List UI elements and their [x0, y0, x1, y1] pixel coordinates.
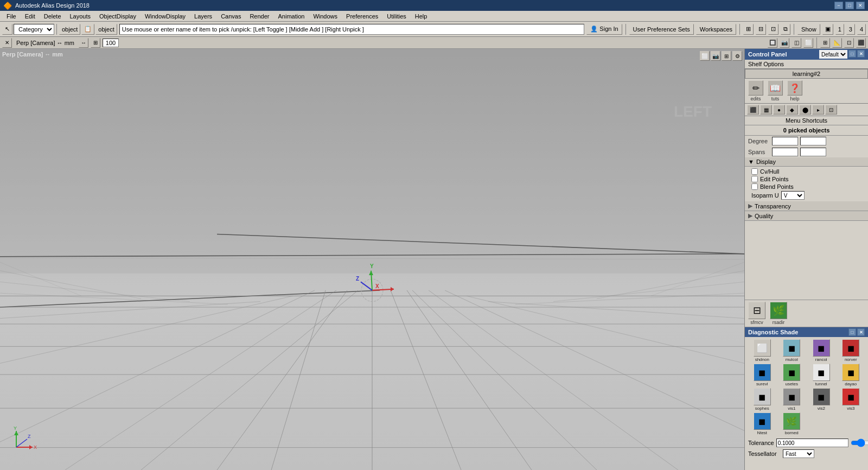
- tolerance-slider[interactable]: [851, 439, 868, 447]
- cp-btn-2[interactable]: ✕: [857, 50, 865, 58]
- menu-canvas[interactable]: Canvas: [216, 12, 245, 21]
- rsadir-label: rsadir: [773, 320, 785, 325]
- ws-icon-4[interactable]: ⧉: [781, 24, 790, 35]
- diag-icon-vis3[interactable]: ◼: [842, 388, 859, 405]
- viewbar-sep: [816, 37, 817, 48]
- show-btn[interactable]: Show: [797, 24, 820, 35]
- sub-icon-3[interactable]: ●: [773, 105, 785, 115]
- sub-icon-5[interactable]: ⬤: [799, 105, 811, 115]
- sub-icon-6[interactable]: ▸: [812, 105, 824, 115]
- menu-utilities[interactable]: Utilities: [382, 12, 410, 21]
- degree-input-1[interactable]: [772, 137, 798, 145]
- diag-btn-2[interactable]: ✕: [857, 328, 865, 336]
- category-dropdown[interactable]: Category: [14, 24, 54, 35]
- show-icon-4[interactable]: 4: [857, 24, 866, 35]
- menu-animation[interactable]: Animation: [274, 12, 309, 21]
- sub-icon-2[interactable]: ▦: [760, 105, 772, 115]
- quality-section[interactable]: ▶ Quality: [745, 211, 868, 221]
- zoom-input[interactable]: [103, 39, 119, 47]
- view-persp-btn[interactable]: ✕: [2, 38, 12, 48]
- ws-icon-1[interactable]: ⊞: [743, 24, 754, 35]
- view-icon-2[interactable]: ⊞: [91, 38, 100, 48]
- menu-preferences[interactable]: Preferences: [342, 12, 382, 21]
- workspaces-btn[interactable]: Workspaces: [696, 24, 736, 35]
- tessellator-select[interactable]: Fast Medium Slow: [783, 449, 814, 458]
- menu-file[interactable]: File: [2, 12, 21, 21]
- shelf-icon-help[interactable]: ❓: [787, 80, 802, 96]
- blend-points-checkbox[interactable]: [751, 183, 758, 190]
- pick-icon-btn[interactable]: 📋: [81, 24, 94, 35]
- spans-input-2[interactable]: [800, 148, 826, 156]
- diag-icon-vis1[interactable]: ◼: [783, 388, 800, 405]
- view-tr-4[interactable]: ⬜: [803, 38, 813, 48]
- toolbar-category-btn[interactable]: ↖: [2, 24, 12, 35]
- isoparm-v-select[interactable]: V U Both: [781, 191, 805, 200]
- menu-layouts[interactable]: Layouts: [66, 12, 95, 21]
- diag-icon-norver[interactable]: ◼: [842, 339, 859, 357]
- diag-icon-mulcol[interactable]: ◼: [783, 339, 800, 357]
- view-icon-1[interactable]: ↔: [79, 38, 88, 48]
- diag-icon-surevl[interactable]: ◼: [754, 364, 771, 381]
- menu-edit[interactable]: Edit: [21, 12, 40, 21]
- degree-input-2[interactable]: [800, 137, 826, 145]
- sub-icon-4[interactable]: ◆: [786, 105, 798, 115]
- menu-objectdisplay[interactable]: ObjectDisplay: [95, 12, 141, 21]
- diag-icon-borned[interactable]: 🌿: [783, 412, 800, 430]
- display-section-header[interactable]: ▼ Display: [745, 157, 868, 167]
- view-tr-1[interactable]: 🔲: [768, 38, 777, 48]
- view-tr-2[interactable]: 📷: [780, 38, 789, 48]
- pick-object-btn[interactable]: object: [95, 24, 117, 35]
- sub-icon-1[interactable]: ⬛: [747, 105, 759, 115]
- menu-delete[interactable]: Delete: [40, 12, 66, 21]
- view-br-1[interactable]: ⊞: [820, 38, 830, 48]
- view-br-4[interactable]: ⬛: [856, 38, 866, 48]
- menu-help[interactable]: Help: [411, 12, 432, 21]
- diag-btn-1[interactable]: □: [848, 328, 856, 336]
- edit-points-checkbox[interactable]: [751, 176, 758, 182]
- shelf-icon-tuts[interactable]: 📖: [768, 80, 783, 96]
- menu-windows[interactable]: Windows: [309, 12, 342, 21]
- diag-mulcol: ◼ mulcol: [778, 339, 806, 362]
- spans-input-1[interactable]: [772, 148, 798, 156]
- diag-norver: ◼ norver: [837, 339, 865, 362]
- vp-icon-settings[interactable]: ⚙: [732, 51, 742, 61]
- cp-btn-1[interactable]: □: [848, 50, 856, 58]
- maximize-button[interactable]: □: [845, 2, 854, 9]
- sub-icon-7[interactable]: ⊡: [825, 105, 837, 115]
- ws-icon-2[interactable]: ⊟: [756, 24, 766, 35]
- diag-icon-tunnel[interactable]: ◼: [813, 364, 830, 381]
- show-icon-3[interactable]: 3: [846, 24, 855, 35]
- vp-icon-grid[interactable]: ⊞: [722, 51, 731, 61]
- show-icon-2[interactable]: 1: [835, 24, 844, 35]
- menu-render[interactable]: Render: [245, 12, 273, 21]
- diag-icon-dayao[interactable]: ◼: [842, 364, 859, 381]
- viewport[interactable]: X Y Z Perp [Camera] ↔ mm LEFT X Y Z: [0, 49, 744, 470]
- view-br-2[interactable]: 📐: [832, 38, 842, 48]
- transparency-section[interactable]: ▶ Transparency: [745, 201, 868, 211]
- user-pref-btn[interactable]: User Preference Sets: [629, 24, 694, 35]
- vp-icon-fullscreen[interactable]: ⬜: [700, 51, 710, 61]
- vp-icon-camera[interactable]: 📷: [711, 51, 720, 61]
- sfmcv-icon[interactable]: ⊟: [748, 302, 765, 319]
- cv-hull-checkbox[interactable]: [751, 168, 758, 175]
- pick-mode-btn[interactable]: object: [59, 24, 80, 35]
- diag-icon-usetes[interactable]: ◼: [783, 364, 800, 381]
- tolerance-input[interactable]: [776, 439, 848, 447]
- rsadir-icon[interactable]: 🌿: [770, 302, 787, 319]
- diag-icon-ntest[interactable]: ◼: [754, 412, 771, 430]
- diag-icon-sophes[interactable]: ◼: [754, 388, 771, 405]
- shelf-icon-edits[interactable]: ✏: [748, 80, 763, 96]
- sign-in-button[interactable]: 👤 Sign In: [586, 24, 622, 35]
- close-button[interactable]: ✕: [856, 2, 865, 9]
- menu-windowdisplay[interactable]: WindowDisplay: [141, 12, 190, 21]
- show-icon-1[interactable]: ▣: [822, 24, 833, 35]
- diag-icon-vis2[interactable]: ◼: [813, 388, 830, 405]
- diag-icon-rancol[interactable]: ◼: [813, 339, 830, 357]
- view-tr-3[interactable]: ◫: [792, 38, 801, 48]
- default-dropdown[interactable]: Default: [819, 50, 847, 59]
- menu-layers[interactable]: Layers: [190, 12, 216, 21]
- minimize-button[interactable]: −: [834, 2, 843, 9]
- diag-icon-shdnon[interactable]: ⬜: [754, 339, 771, 357]
- view-br-3[interactable]: ⊡: [844, 38, 854, 48]
- ws-icon-3[interactable]: ⊡: [768, 24, 778, 35]
